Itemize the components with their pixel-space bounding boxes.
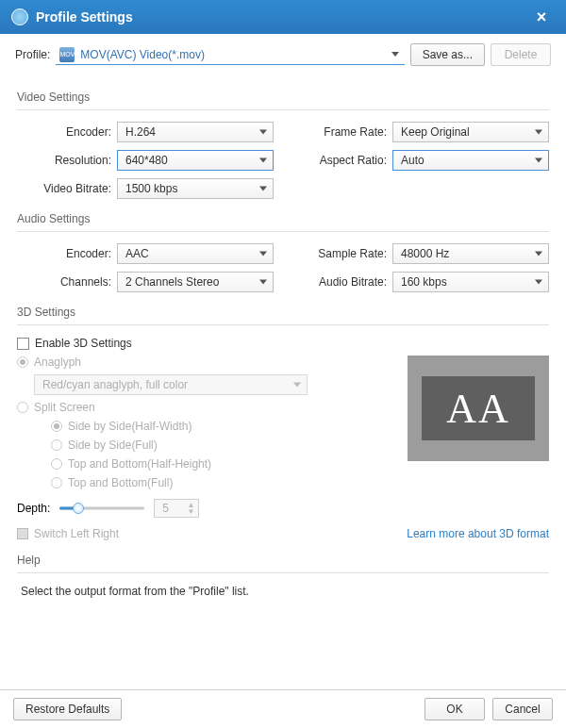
checkbox-icon	[17, 338, 29, 350]
tb-full-radio: Top and Bottom(Full)	[51, 476, 392, 489]
tb-half-radio: Top and Bottom(Half-Height)	[51, 457, 392, 471]
chevron-down-icon	[293, 383, 301, 388]
audio-encoder-label: Encoder:	[17, 247, 111, 260]
chevron-down-icon	[259, 187, 267, 191]
preview-image: AA	[422, 376, 535, 440]
resolution-select[interactable]: 640*480	[117, 150, 274, 171]
divider	[17, 109, 549, 110]
depth-spinner: 5 ▲▼	[154, 499, 199, 518]
sbs-full-radio: Side by Side(Full)	[51, 438, 392, 452]
profile-select[interactable]: MOV MOV(AVC) Video(*.mov)	[56, 44, 404, 65]
frame-rate-select[interactable]: Keep Original	[392, 122, 549, 142]
chevron-down-icon	[535, 280, 542, 285]
ok-button[interactable]: OK	[424, 698, 485, 720]
anaglyph-type-select: Red/cyan anaglyph, full color	[34, 374, 308, 395]
chevron-down-icon	[259, 280, 267, 285]
video-encoder-label: Encoder:	[17, 125, 111, 139]
aspect-ratio-select[interactable]: Auto	[392, 150, 549, 171]
video-bitrate-label: Video Bitrate:	[17, 182, 111, 195]
footer: Restore Defaults OK Cancel	[0, 689, 566, 728]
aspect-ratio-label: Aspect Ratio:	[292, 154, 387, 167]
delete-button: Delete	[491, 43, 551, 66]
divider	[17, 231, 549, 232]
audio-bitrate-select[interactable]: 160 kbps	[392, 272, 549, 292]
threed-section-title: 3D Settings	[17, 306, 549, 319]
radio-icon	[51, 439, 62, 451]
anaglyph-radio: Anaglyph	[17, 356, 392, 369]
radio-icon	[17, 356, 28, 368]
chevron-down-icon	[535, 252, 542, 256]
chevron-down-icon	[535, 130, 542, 135]
chevron-down-icon	[259, 158, 267, 163]
chevron-down-icon	[535, 158, 542, 163]
sample-rate-select[interactable]: 48000 Hz	[392, 243, 549, 264]
radio-icon	[17, 402, 28, 413]
restore-defaults-button[interactable]: Restore Defaults	[13, 698, 122, 720]
audio-section-title: Audio Settings	[17, 212, 549, 225]
resolution-label: Resolution:	[17, 154, 111, 167]
spinner-arrows-icon: ▲▼	[187, 502, 194, 515]
profile-label: Profile:	[15, 48, 50, 61]
title-text: Profile Settings	[36, 9, 133, 25]
titlebar: Profile Settings ×	[0, 0, 566, 34]
cancel-button[interactable]: Cancel	[492, 698, 553, 720]
app-icon	[11, 8, 28, 25]
help-text: Select the output format from the "Profi…	[21, 585, 549, 598]
divider	[17, 324, 549, 325]
frame-rate-label: Frame Rate:	[292, 125, 387, 139]
help-section-title: Help	[17, 554, 549, 567]
depth-slider[interactable]	[59, 502, 144, 515]
video-bitrate-select[interactable]: 1500 kbps	[117, 178, 274, 199]
enable-3d-checkbox[interactable]: Enable 3D Settings	[17, 337, 392, 350]
split-screen-radio: Split Screen	[17, 401, 392, 414]
video-section-title: Video Settings	[17, 91, 549, 104]
threed-preview: AA	[408, 356, 549, 461]
audio-encoder-select[interactable]: AAC	[117, 243, 274, 264]
audio-bitrate-label: Audio Bitrate:	[292, 275, 387, 289]
video-encoder-select[interactable]: H.264	[117, 122, 274, 142]
radio-icon	[51, 458, 62, 470]
chevron-down-icon	[391, 52, 399, 57]
mov-format-icon: MOV	[59, 47, 75, 62]
sample-rate-label: Sample Rate:	[292, 247, 387, 260]
learn-more-link[interactable]: Learn more about 3D format	[407, 527, 549, 540]
chevron-down-icon	[259, 130, 267, 135]
divider	[17, 572, 549, 573]
switch-left-right-checkbox: Switch Left Right	[17, 527, 119, 540]
sbs-half-radio: Side by Side(Half-Width)	[51, 420, 392, 433]
depth-label: Depth:	[17, 502, 50, 515]
content-area: Video Settings Encoder: H.264 Frame Rate…	[0, 72, 566, 689]
slider-thumb-icon	[73, 503, 84, 514]
channels-label: Channels:	[17, 275, 111, 289]
channels-select[interactable]: 2 Channels Stereo	[117, 272, 274, 292]
save-as-button[interactable]: Save as...	[410, 43, 485, 66]
profile-value: MOV(AVC) Video(*.mov)	[80, 48, 205, 61]
profile-bar: Profile: MOV MOV(AVC) Video(*.mov) Save …	[0, 34, 566, 72]
chevron-down-icon	[259, 252, 267, 256]
checkbox-icon	[17, 528, 28, 539]
radio-icon	[51, 421, 62, 432]
close-icon[interactable]: ×	[528, 4, 555, 30]
radio-icon	[51, 477, 62, 488]
